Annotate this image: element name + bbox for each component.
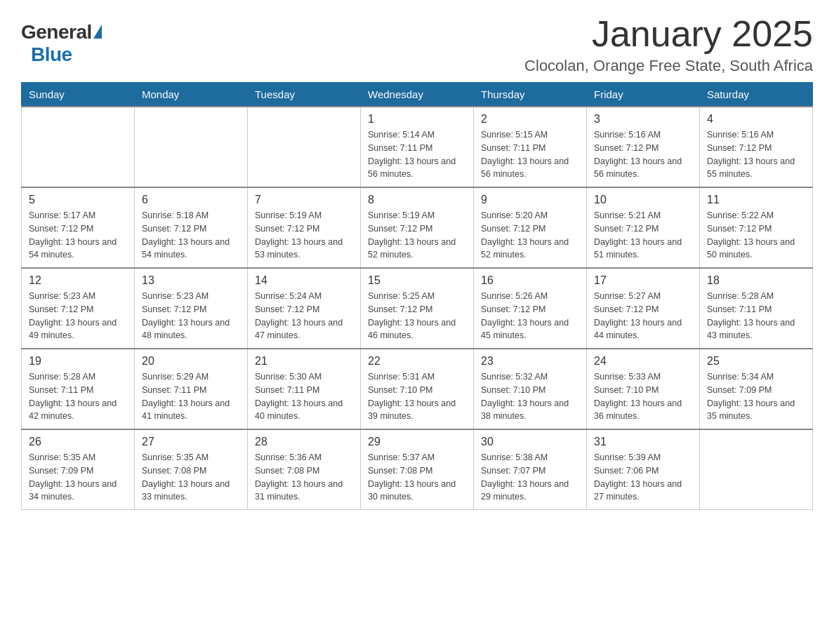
- calendar-day-29: 29Sunrise: 5:37 AM Sunset: 7:08 PM Dayli…: [361, 429, 474, 510]
- calendar-header-saturday: Saturday: [700, 83, 813, 107]
- calendar-empty-cell: [22, 107, 135, 187]
- page-subtitle: Clocolan, Orange Free State, South Afric…: [524, 57, 813, 75]
- day-info: Sunrise: 5:31 AM Sunset: 7:10 PM Dayligh…: [368, 370, 466, 423]
- calendar-day-26: 26Sunrise: 5:35 AM Sunset: 7:09 PM Dayli…: [22, 429, 135, 510]
- day-info: Sunrise: 5:25 AM Sunset: 7:12 PM Dayligh…: [368, 290, 466, 342]
- calendar-day-18: 18Sunrise: 5:28 AM Sunset: 7:11 PM Dayli…: [700, 268, 813, 349]
- day-number: 22: [368, 355, 466, 368]
- calendar-day-11: 11Sunrise: 5:22 AM Sunset: 7:12 PM Dayli…: [700, 187, 813, 268]
- calendar-header-sunday: Sunday: [22, 83, 135, 107]
- calendar-day-10: 10Sunrise: 5:21 AM Sunset: 7:12 PM Dayli…: [587, 187, 700, 268]
- day-number: 19: [29, 355, 127, 368]
- day-info: Sunrise: 5:21 AM Sunset: 7:12 PM Dayligh…: [594, 209, 692, 262]
- day-info: Sunrise: 5:29 AM Sunset: 7:11 PM Dayligh…: [142, 370, 240, 423]
- header: General Blue January 2025 Clocolan, Oran…: [21, 14, 813, 75]
- day-number: 29: [368, 436, 466, 448]
- logo: General Blue: [21, 21, 102, 66]
- calendar-day-8: 8Sunrise: 5:19 AM Sunset: 7:12 PM Daylig…: [361, 187, 474, 268]
- day-number: 20: [142, 355, 240, 368]
- day-info: Sunrise: 5:24 AM Sunset: 7:12 PM Dayligh…: [255, 290, 353, 342]
- day-info: Sunrise: 5:35 AM Sunset: 7:09 PM Dayligh…: [29, 451, 127, 504]
- day-info: Sunrise: 5:19 AM Sunset: 7:12 PM Dayligh…: [368, 209, 466, 262]
- calendar-day-20: 20Sunrise: 5:29 AM Sunset: 7:11 PM Dayli…: [135, 349, 248, 429]
- day-info: Sunrise: 5:32 AM Sunset: 7:10 PM Dayligh…: [481, 370, 579, 423]
- calendar-table: SundayMondayTuesdayWednesdayThursdayFrid…: [21, 82, 813, 510]
- logo-general-text: General: [21, 21, 92, 43]
- day-info: Sunrise: 5:27 AM Sunset: 7:12 PM Dayligh…: [594, 290, 692, 342]
- day-number: 16: [481, 274, 579, 287]
- day-number: 11: [707, 194, 805, 206]
- calendar-header-friday: Friday: [587, 83, 700, 107]
- calendar-day-15: 15Sunrise: 5:25 AM Sunset: 7:12 PM Dayli…: [361, 268, 474, 349]
- day-info: Sunrise: 5:18 AM Sunset: 7:12 PM Dayligh…: [142, 209, 240, 262]
- calendar-day-17: 17Sunrise: 5:27 AM Sunset: 7:12 PM Dayli…: [587, 268, 700, 349]
- logo-blue-text: Blue: [31, 43, 72, 66]
- day-info: Sunrise: 5:39 AM Sunset: 7:06 PM Dayligh…: [594, 451, 692, 504]
- day-number: 9: [481, 194, 579, 206]
- calendar-header-tuesday: Tuesday: [248, 83, 361, 107]
- calendar-header-thursday: Thursday: [474, 83, 587, 107]
- day-number: 18: [707, 274, 805, 287]
- calendar-day-4: 4Sunrise: 5:16 AM Sunset: 7:12 PM Daylig…: [700, 107, 813, 187]
- day-info: Sunrise: 5:23 AM Sunset: 7:12 PM Dayligh…: [142, 290, 240, 342]
- day-info: Sunrise: 5:20 AM Sunset: 7:12 PM Dayligh…: [481, 209, 579, 262]
- day-info: Sunrise: 5:19 AM Sunset: 7:12 PM Dayligh…: [255, 209, 353, 262]
- calendar-day-6: 6Sunrise: 5:18 AM Sunset: 7:12 PM Daylig…: [135, 187, 248, 268]
- day-number: 25: [707, 355, 805, 368]
- day-number: 3: [594, 113, 692, 126]
- calendar-day-12: 12Sunrise: 5:23 AM Sunset: 7:12 PM Dayli…: [22, 268, 135, 349]
- calendar-day-9: 9Sunrise: 5:20 AM Sunset: 7:12 PM Daylig…: [474, 187, 587, 268]
- day-number: 1: [368, 113, 466, 126]
- calendar-day-5: 5Sunrise: 5:17 AM Sunset: 7:12 PM Daylig…: [22, 187, 135, 268]
- day-number: 31: [594, 436, 692, 448]
- calendar-week-row: 19Sunrise: 5:28 AM Sunset: 7:11 PM Dayli…: [22, 349, 813, 429]
- calendar-day-1: 1Sunrise: 5:14 AM Sunset: 7:11 PM Daylig…: [361, 107, 474, 187]
- calendar-week-row: 12Sunrise: 5:23 AM Sunset: 7:12 PM Dayli…: [22, 268, 813, 349]
- day-number: 13: [142, 274, 240, 287]
- calendar-empty-cell: [700, 429, 813, 510]
- day-info: Sunrise: 5:16 AM Sunset: 7:12 PM Dayligh…: [707, 128, 805, 181]
- day-number: 15: [368, 274, 466, 287]
- calendar-day-25: 25Sunrise: 5:34 AM Sunset: 7:09 PM Dayli…: [700, 349, 813, 429]
- day-number: 7: [255, 194, 353, 206]
- day-info: Sunrise: 5:26 AM Sunset: 7:12 PM Dayligh…: [481, 290, 579, 342]
- calendar-day-24: 24Sunrise: 5:33 AM Sunset: 7:10 PM Dayli…: [587, 349, 700, 429]
- calendar-empty-cell: [248, 107, 361, 187]
- calendar-day-31: 31Sunrise: 5:39 AM Sunset: 7:06 PM Dayli…: [587, 429, 700, 510]
- day-number: 24: [594, 355, 692, 368]
- calendar-day-16: 16Sunrise: 5:26 AM Sunset: 7:12 PM Dayli…: [474, 268, 587, 349]
- day-info: Sunrise: 5:34 AM Sunset: 7:09 PM Dayligh…: [707, 370, 805, 423]
- day-number: 2: [481, 113, 579, 126]
- calendar-empty-cell: [135, 107, 248, 187]
- calendar-day-19: 19Sunrise: 5:28 AM Sunset: 7:11 PM Dayli…: [22, 349, 135, 429]
- calendar-day-23: 23Sunrise: 5:32 AM Sunset: 7:10 PM Dayli…: [474, 349, 587, 429]
- day-info: Sunrise: 5:15 AM Sunset: 7:11 PM Dayligh…: [481, 128, 579, 181]
- day-number: 26: [29, 436, 127, 448]
- calendar-day-2: 2Sunrise: 5:15 AM Sunset: 7:11 PM Daylig…: [474, 107, 587, 187]
- calendar-header-monday: Monday: [135, 83, 248, 107]
- calendar-week-row: 26Sunrise: 5:35 AM Sunset: 7:09 PM Dayli…: [22, 429, 813, 510]
- day-info: Sunrise: 5:17 AM Sunset: 7:12 PM Dayligh…: [29, 209, 127, 262]
- title-section: January 2025 Clocolan, Orange Free State…: [524, 14, 813, 75]
- day-number: 5: [29, 194, 127, 206]
- calendar-day-28: 28Sunrise: 5:36 AM Sunset: 7:08 PM Dayli…: [248, 429, 361, 510]
- calendar-day-13: 13Sunrise: 5:23 AM Sunset: 7:12 PM Dayli…: [135, 268, 248, 349]
- calendar-day-22: 22Sunrise: 5:31 AM Sunset: 7:10 PM Dayli…: [361, 349, 474, 429]
- day-info: Sunrise: 5:23 AM Sunset: 7:12 PM Dayligh…: [29, 290, 127, 342]
- calendar-header-wednesday: Wednesday: [361, 83, 474, 107]
- calendar-header-row: SundayMondayTuesdayWednesdayThursdayFrid…: [22, 83, 813, 107]
- day-info: Sunrise: 5:16 AM Sunset: 7:12 PM Dayligh…: [594, 128, 692, 181]
- calendar-day-30: 30Sunrise: 5:38 AM Sunset: 7:07 PM Dayli…: [474, 429, 587, 510]
- day-number: 23: [481, 355, 579, 368]
- day-number: 10: [594, 194, 692, 206]
- day-info: Sunrise: 5:14 AM Sunset: 7:11 PM Dayligh…: [368, 128, 466, 181]
- day-info: Sunrise: 5:38 AM Sunset: 7:07 PM Dayligh…: [481, 451, 579, 504]
- day-info: Sunrise: 5:33 AM Sunset: 7:10 PM Dayligh…: [594, 370, 692, 423]
- day-number: 27: [142, 436, 240, 448]
- day-number: 17: [594, 274, 692, 287]
- day-number: 4: [707, 113, 805, 126]
- calendar-day-14: 14Sunrise: 5:24 AM Sunset: 7:12 PM Dayli…: [248, 268, 361, 349]
- calendar-week-row: 5Sunrise: 5:17 AM Sunset: 7:12 PM Daylig…: [22, 187, 813, 268]
- day-info: Sunrise: 5:28 AM Sunset: 7:11 PM Dayligh…: [707, 290, 805, 342]
- page-title: January 2025: [524, 14, 813, 54]
